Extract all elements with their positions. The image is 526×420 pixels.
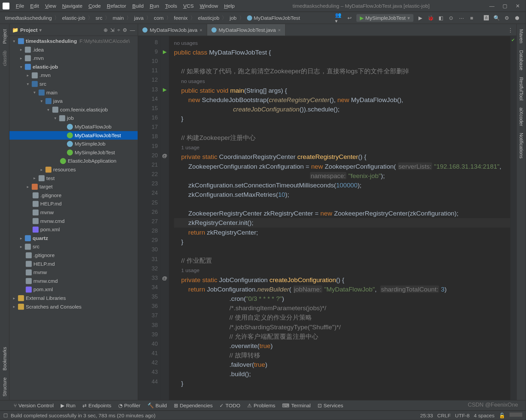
- maven-tab[interactable]: Maven: [518, 26, 525, 47]
- tree-item[interactable]: mvnw.cmd: [9, 217, 138, 226]
- tree-item[interactable]: ▸.mvn: [9, 71, 138, 80]
- tree-item[interactable]: ▸resources: [9, 165, 138, 174]
- tree-item[interactable]: mvnw: [9, 208, 138, 217]
- tree-item[interactable]: MySimpleJobTest: [9, 148, 138, 157]
- debug-button[interactable]: 🐞: [426, 13, 435, 22]
- readonly-icon[interactable]: 🔓: [499, 412, 505, 418]
- expand-icon[interactable]: ⇲: [110, 27, 115, 33]
- tree-item[interactable]: MySimpleJob: [9, 140, 138, 148]
- run-button[interactable]: ▶: [416, 13, 425, 22]
- tree-item[interactable]: ▸External Libraries: [9, 294, 138, 303]
- project-tree[interactable]: ▾timedtaskschedulingF:\MyNuts\MCA\code\▸…: [9, 36, 138, 400]
- profile-button[interactable]: ⊙: [447, 13, 456, 22]
- breadcrumb-item[interactable]: com: [152, 15, 165, 21]
- indent-setting[interactable]: 4 spaces: [474, 412, 494, 418]
- menu-navigate[interactable]: Navigate: [59, 3, 85, 9]
- tree-item[interactable]: pom.xml: [9, 285, 138, 294]
- project-tool-tab[interactable]: Project: [1, 26, 8, 47]
- tree-item[interactable]: ▾main: [9, 88, 138, 97]
- editor-tab[interactable]: MyDataFlowJobTest.java×: [207, 24, 285, 36]
- tree-item[interactable]: MyDataFlowJobTest: [9, 131, 138, 140]
- line-separator[interactable]: CRLF: [437, 412, 451, 418]
- menu-view[interactable]: View: [42, 3, 59, 9]
- stop-button[interactable]: ■: [467, 13, 476, 22]
- tree-item[interactable]: .gitignore: [9, 251, 138, 260]
- bottom-tab-problems[interactable]: ⚠Problems: [244, 403, 279, 409]
- bottom-tab-build[interactable]: 🔨Build: [144, 403, 170, 409]
- ai-icon[interactable]: ⬢: [513, 13, 522, 22]
- tree-item[interactable]: ElasticJobApplication: [9, 157, 138, 165]
- file-encoding[interactable]: UTF-8: [455, 412, 470, 418]
- menu-refactor[interactable]: Refactor: [104, 3, 129, 9]
- bottom-tab-version-control[interactable]: ⑂Version Control: [10, 403, 57, 409]
- settings-icon[interactable]: ⚙: [123, 27, 127, 33]
- bottom-tab-run[interactable]: ▶Run: [57, 403, 79, 409]
- breadcrumb-item[interactable]: java: [132, 15, 145, 21]
- translate-icon[interactable]: 🅰: [482, 13, 491, 22]
- menu-file[interactable]: File: [13, 3, 27, 9]
- breadcrumb-item[interactable]: elastic-job: [60, 15, 87, 21]
- select-opened-icon[interactable]: ⊕: [104, 27, 108, 33]
- breadcrumb-item[interactable]: feenix: [172, 15, 189, 21]
- maximize-button[interactable]: ▢: [499, 1, 510, 10]
- bookmarks-tab[interactable]: Bookmarks: [1, 344, 8, 374]
- menu-run[interactable]: Run: [147, 3, 162, 9]
- bottom-tab-todo[interactable]: ✓TODO: [216, 403, 244, 409]
- collapse-icon[interactable]: ÷: [117, 27, 120, 33]
- tree-item[interactable]: pom.xml: [9, 225, 138, 234]
- tree-item[interactable]: ▾java: [9, 97, 138, 105]
- tree-item[interactable]: HELP.md: [9, 260, 138, 268]
- tree-item[interactable]: ▸.mvn: [9, 54, 138, 63]
- aixcoder-tab[interactable]: aiXcoder: [518, 104, 525, 129]
- close-tab-icon[interactable]: ×: [278, 27, 281, 32]
- tree-item[interactable]: .gitignore: [9, 191, 138, 200]
- run-config-selector[interactable]: ▶ MySimpleJobTest ▾: [356, 14, 413, 22]
- tree-item[interactable]: ▾elastic-job: [9, 63, 138, 71]
- close-tab-icon[interactable]: ×: [200, 27, 202, 32]
- breadcrumb-item[interactable]: job: [228, 15, 238, 21]
- minimize-button[interactable]: —: [486, 1, 498, 10]
- search-icon[interactable]: 🔍: [492, 13, 501, 22]
- notifications-tab[interactable]: Notifications: [518, 130, 525, 162]
- menu-window[interactable]: Window: [197, 3, 221, 9]
- tree-item[interactable]: ▸target: [9, 182, 138, 191]
- tree-item[interactable]: mvnw: [9, 268, 138, 277]
- tree-item[interactable]: ▸quartz: [9, 234, 138, 243]
- users-icon[interactable]: 👥▾: [335, 13, 344, 22]
- coverage-button[interactable]: ◧: [437, 13, 445, 22]
- tree-item[interactable]: ▸src: [9, 242, 138, 251]
- menu-code[interactable]: Code: [85, 3, 104, 9]
- bottom-tab-services[interactable]: ⊡Services: [314, 403, 346, 409]
- back-arrow-icon[interactable]: ↩: [345, 13, 354, 22]
- restful-tab[interactable]: RestfulTool: [518, 74, 525, 104]
- editor-tab[interactable]: MyDataFlowJob.java×: [138, 24, 207, 36]
- menu-help[interactable]: Help: [221, 3, 238, 9]
- classlib-tab[interactable]: classlib: [1, 47, 8, 70]
- tree-item[interactable]: HELP.md: [9, 199, 138, 208]
- hide-icon[interactable]: —: [130, 27, 135, 33]
- tree-item[interactable]: ▸.idea: [9, 46, 138, 54]
- breadcrumb-item[interactable]: src: [94, 15, 104, 21]
- tree-item[interactable]: ▾job: [9, 114, 138, 122]
- bottom-tab-endpoints[interactable]: ⇄Endpoints: [79, 403, 115, 409]
- code-editor[interactable]: no usagespublic class MyDataFlowJobTest …: [169, 36, 510, 400]
- bottom-tab-profiler[interactable]: ◔Profiler: [115, 403, 144, 409]
- structure-tab[interactable]: Structure: [1, 374, 8, 400]
- menu-vcs[interactable]: VCS: [180, 3, 197, 9]
- menu-edit[interactable]: Edit: [27, 3, 42, 9]
- bottom-tab-terminal[interactable]: ⌨Terminal: [279, 403, 314, 409]
- tree-root[interactable]: ▾timedtaskschedulingF:\MyNuts\MCA\code\: [9, 37, 138, 46]
- breadcrumb-item[interactable]: timedtaskscheduling: [3, 15, 53, 21]
- menu-build[interactable]: Build: [129, 3, 147, 9]
- tree-item[interactable]: mvnw.cmd: [9, 277, 138, 285]
- database-tab[interactable]: Database: [518, 47, 525, 74]
- menu-tools[interactable]: Tools: [162, 3, 180, 9]
- breadcrumb-item[interactable]: main: [111, 15, 126, 21]
- close-button[interactable]: ✕: [512, 1, 523, 10]
- tree-item[interactable]: MyDataFlowJob: [9, 122, 138, 131]
- breadcrumb-item[interactable]: elasticjob: [196, 15, 221, 21]
- settings-icon[interactable]: ⚙: [503, 13, 511, 22]
- tree-item[interactable]: ▸test: [9, 174, 138, 183]
- more-run-icon[interactable]: ⋯: [457, 13, 466, 22]
- tree-item[interactable]: ▾src: [9, 80, 138, 88]
